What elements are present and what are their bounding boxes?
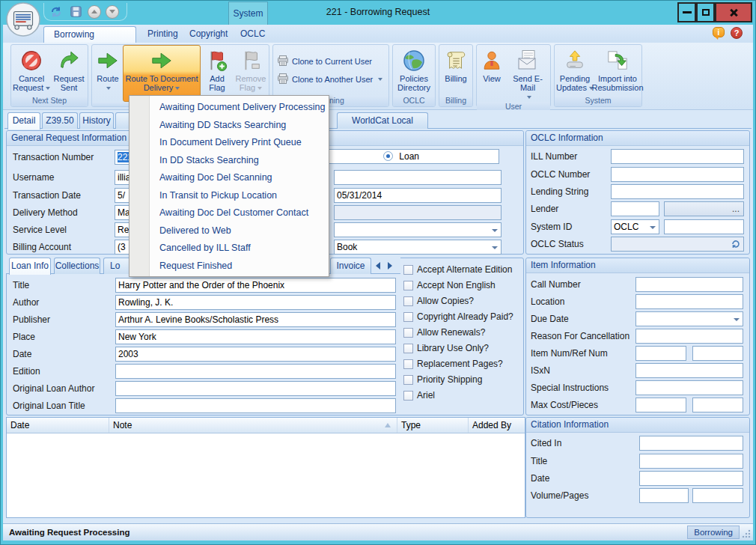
menu-item[interactable]: Delivered to Web [129,222,329,240]
close-button[interactable] [715,2,752,22]
max-cost-field[interactable] [635,398,686,412]
tab-copyright[interactable]: Copyright [180,26,228,43]
checkbox-allow-copies[interactable]: Allow Copies? [403,295,474,307]
maximize-button[interactable] [696,2,715,22]
menu-item[interactable]: Awaiting Doc Del Scanning [129,169,329,187]
app-menu-icon[interactable] [6,2,40,37]
general-right-dropdown-1[interactable] [334,222,502,237]
menu-item[interactable]: In DD Stacks Searching [129,152,329,170]
tab-z3950[interactable]: Z39.50 [42,112,78,129]
add-flag-label: Add Flag [209,74,225,92]
place-field[interactable]: New York [115,329,396,344]
author-field[interactable]: Rowling, J. K. [115,295,396,310]
minimize-button[interactable] [677,2,696,22]
tab-loan-info[interactable]: Loan Info [9,258,51,275]
checkbox-library-use-only[interactable]: Library Use Only? [403,342,489,354]
tab-history[interactable]: History [79,112,114,129]
menu-item[interactable]: Cancelled by ILL Staff [129,240,329,258]
tab-borrowing-processing[interactable]: Borrowing Processing [43,26,136,43]
system-id-value-field[interactable] [664,219,744,234]
reason-for-cancellation-field[interactable] [635,329,743,344]
resize-grip-icon[interactable] [742,529,751,538]
route-arrow-icon [150,47,173,74]
menu-item[interactable]: Awaiting DD Stacks Searching [129,117,329,135]
item-num-field[interactable] [635,346,686,361]
checkbox-allow-renewals[interactable]: Allow Renewals? [403,326,485,338]
checkbox-copyright-already-paid[interactable]: Copyright Already Paid? [403,311,513,323]
loan-radio[interactable] [383,151,393,161]
checkbox-accept-alternate-edition[interactable]: Accept Alternate Edition [403,264,512,275]
refresh-status-icon[interactable] [731,239,741,252]
send-email-button[interactable]: Send E-Mail [506,46,549,101]
pending-updates-button[interactable]: Pending Updates [555,46,594,95]
checkbox-priority-shipping[interactable]: Priority Shipping [403,374,482,386]
system-id-dropdown[interactable]: OCLC [611,219,659,234]
original-loan-title-field[interactable] [115,398,396,413]
citation-title-field[interactable] [639,454,743,469]
field-label: Publisher [13,312,50,327]
menu-item[interactable]: Awaiting Doc Del Customer Contact [129,204,329,222]
publisher-field[interactable]: Arthur A. Levine Books/Scholastic Press [115,312,396,327]
add-flag-icon [206,47,228,74]
clone-to-current-user-button[interactable]: Clone to Current User [277,55,382,68]
add-flag-button[interactable]: Add Flag [201,46,234,101]
checkbox-replacement-pages[interactable]: Replacement Pages? [403,358,503,370]
policies-directory-button[interactable]: Policies Directory [394,46,434,95]
help-icon[interactable]: ? [731,27,743,39]
menu-item[interactable]: In Document Delivery Print Queue [129,134,329,152]
billing-button[interactable]: Billing [440,46,472,95]
tab-printing[interactable]: Printing [138,26,178,43]
tab-collections[interactable]: Collections [54,258,100,274]
call-number-field[interactable] [635,277,743,292]
original-loan-author-field[interactable] [115,381,396,396]
lending-string-field[interactable] [611,184,744,199]
title-field[interactable]: Harry Potter and the Order of the Phoeni… [115,278,396,293]
tab-worldcat-local-search[interactable]: WorldCat Local Search [337,112,428,129]
checkbox-ariel[interactable]: Ariel [403,389,435,401]
lender-field[interactable] [611,201,659,216]
oclc-number-field[interactable] [611,167,744,182]
menu-item[interactable]: In Transit to Pickup Location [129,187,329,205]
import-into-resubmission-button[interactable]: Import into Resubmission [594,46,641,95]
tab-scroll-right-icon[interactable] [388,262,392,270]
tab-invoice[interactable]: Invoice [330,258,371,274]
cited-in-field[interactable] [639,436,743,451]
special-instructions-field[interactable] [635,380,743,395]
ref-num-field[interactable] [692,346,743,361]
cancel-request-button[interactable]: Cancel Request [12,46,51,95]
checkbox-accept-non-english[interactable]: Accept Non English [403,279,496,291]
route-button[interactable]: Route [93,46,123,101]
view-user-button[interactable]: View [478,46,506,101]
pieces-field[interactable] [692,398,743,412]
location-field[interactable] [635,294,743,309]
document-type-dropdown[interactable]: Book [334,240,502,255]
menu-item[interactable]: Request Finished [129,258,329,275]
request-sent-button[interactable]: Request Sent [51,46,87,95]
maximize-icon [702,9,710,16]
ill-number-field[interactable] [611,149,744,164]
lender-browse-button[interactable]: ... [664,201,744,216]
feedback-icon[interactable]: i [713,27,725,37]
clone-to-another-user-button[interactable]: Clone to Another User [277,73,382,86]
import-resubmission-icon [606,47,629,74]
route-to-document-delivery-button[interactable]: Route To Document Delivery [123,45,201,102]
column-header-note[interactable]: Note [109,418,397,433]
column-header-added-by[interactable]: Added By [469,418,525,433]
mode-badge[interactable]: Borrowing [687,526,740,539]
not-wanted-after-field[interactable]: 05/31/2014 [334,188,502,203]
date-field[interactable]: 2003 [115,347,396,362]
tab-scroll-left-icon[interactable] [376,262,380,270]
tab-oclc[interactable]: OCLC [231,26,269,43]
menu-item[interactable]: Awaiting Document Delivery Processing [129,99,329,117]
due-date-dropdown[interactable] [635,311,743,326]
tab-detail[interactable]: Detail [7,112,40,130]
volume-field[interactable] [639,488,689,503]
isxn-field[interactable] [635,363,743,378]
column-header-type[interactable]: Type [397,418,469,433]
pages-field[interactable] [692,488,743,503]
general-right-field-1[interactable] [334,170,502,185]
column-header-date[interactable]: Date [7,418,109,433]
citation-date-field[interactable] [639,471,743,486]
edition-field[interactable] [115,364,396,379]
checkbox-icon [403,359,413,369]
